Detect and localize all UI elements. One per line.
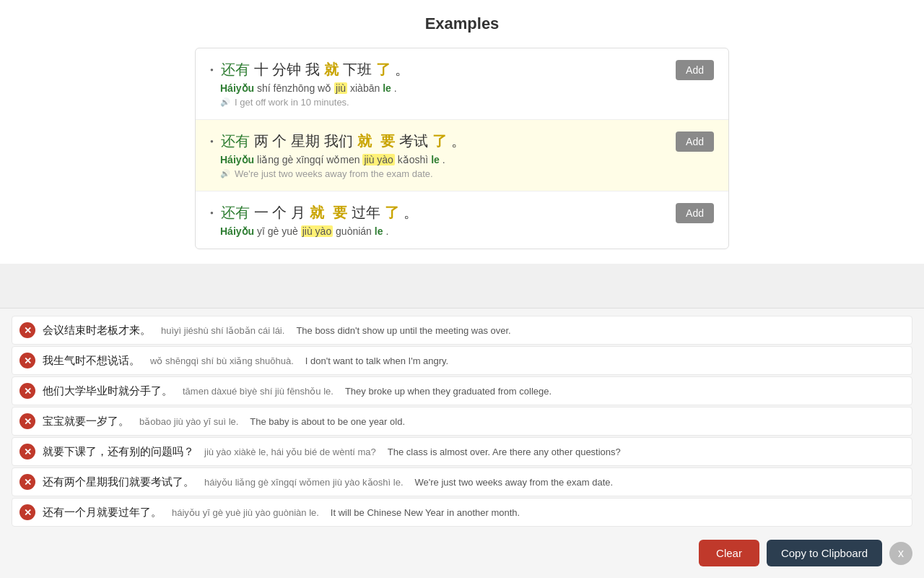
add-button-2[interactable]: Add <box>676 131 714 152</box>
pinyin-line-2: Háiyǒu liǎng gè xīngqí wǒmen jiù yào kǎo… <box>220 154 714 165</box>
chinese-line-3: ● 还有 一 个 月 就 要 过年 了 。 <box>210 203 714 223</box>
sentence-chinese-7: 还有一个月就要过年了。 <box>43 506 162 519</box>
sentence-pinyin-1: huìyì jiéshù shí lǎobǎn cái lái. <box>161 325 284 336</box>
cn-green-2: 还有 <box>221 131 250 151</box>
bullet-2: ● <box>210 138 214 144</box>
bullet-3: ● <box>210 210 214 216</box>
remove-button-2[interactable]: ✕ <box>19 353 35 368</box>
sentence-english-3: They broke up when they graduated from c… <box>345 386 552 397</box>
sentence-english-1: The boss didn't show up until the meetin… <box>296 325 510 336</box>
action-bar: Clear Copy to Clipboard x <box>12 535 912 566</box>
add-button-3[interactable]: Add <box>676 203 714 223</box>
sentence-english-4: The baby is about to be one year old. <box>250 416 405 427</box>
example-item-2: ● 还有 两 个 星期 我们 就 要 考试 了 。 Háiyǒu liǎng g… <box>196 120 728 191</box>
examples-title: Examples <box>195 14 729 33</box>
examples-card: ● 还有 十 分钟 我 就 下班 了 。 Háiyǒu shí fēnzhōng… <box>195 48 729 249</box>
pinyin-green-1: Háiyǒu <box>220 82 254 94</box>
copy-to-clipboard-button[interactable]: Copy to Clipboard <box>767 540 882 566</box>
sentence-chinese-6: 还有两个星期我们就要考试了。 <box>43 475 194 489</box>
cn-black-1a: 十 分钟 我 <box>254 60 320 79</box>
sentence-english-6: We're just two weeks away from the exam … <box>415 477 614 488</box>
sentence-pinyin-4: bǎobao jiù yào yī suì le. <box>139 416 238 427</box>
translation-1: I get off work in 10 minutes. <box>220 97 714 108</box>
cn-gold-1b: 了 <box>376 60 391 79</box>
clear-button[interactable]: Clear <box>699 540 759 566</box>
cn-green-1: 还有 <box>221 60 250 79</box>
sentence-list: ✕ 会议结束时老板才来。 huìyì jiéshù shí lǎobǎn cái… <box>12 316 912 527</box>
chinese-line-1: ● 还有 十 分钟 我 就 下班 了 。 <box>210 60 714 79</box>
cn-black-1b: 下班 <box>343 60 372 79</box>
pinyin-line-1: Háiyǒu shí fēnzhōng wǒ jiù xiàbān le . <box>220 82 714 94</box>
cn-black-1c: 。 <box>395 60 409 79</box>
cn-gold-1a: 就 <box>324 60 339 79</box>
sentence-row-1: ✕ 会议结束时老板才来。 huìyì jiéshù shí lǎobǎn cái… <box>12 316 912 345</box>
sentence-row-7: ✕ 还有一个月就要过年了。 háiyǒu yī gè yuè jiù yào g… <box>12 498 912 527</box>
sentence-english-5: The class is almost over. Are there any … <box>388 447 621 457</box>
example-item-3: ● 还有 一 个 月 就 要 过年 了 。 Háiyǒu yī gè yuè j… <box>196 191 728 249</box>
sentence-pinyin-6: háiyǒu liǎng gè xīngqí wǒmen jiù yào kǎo… <box>204 477 404 488</box>
remove-button-6[interactable]: ✕ <box>19 474 35 490</box>
examples-section: Examples ● 还有 十 分钟 我 就 下班 了 。 Háiyǒu shí… <box>0 0 924 264</box>
sentence-pinyin-3: tāmen dàxué bìyè shí jiù fēnshǒu le. <box>183 386 334 397</box>
remove-button-5[interactable]: ✕ <box>19 444 35 460</box>
bullet-1: ● <box>210 66 214 73</box>
pinyin-highlight-1: jiù <box>334 82 347 94</box>
sentence-row-2: ✕ 我生气时不想说话。 wǒ shēngqì shí bù xiǎng shuō… <box>12 346 912 375</box>
sentence-chinese-2: 我生气时不想说话。 <box>43 354 140 368</box>
sentence-row-3: ✕ 他们大学毕业时就分手了。 tāmen dàxué bìyè shí jiù … <box>12 376 912 405</box>
translation-2: We're just two weeks away from the exam … <box>220 168 714 179</box>
sentence-row-4: ✕ 宝宝就要一岁了。 bǎobao jiù yào yī suì le. The… <box>12 407 912 436</box>
sentence-english-7: It will be Chinese New Year in another m… <box>331 507 520 518</box>
sentence-english-2: I don't want to talk when I'm angry. <box>305 355 448 366</box>
sentence-chinese-5: 就要下课了，还有别的问题吗？ <box>43 445 194 459</box>
chinese-line-2: ● 还有 两 个 星期 我们 就 要 考试 了 。 <box>210 131 714 151</box>
sentence-chinese-1: 会议结束时老板才来。 <box>43 324 151 337</box>
sentence-pinyin-5: jiù yào xiàkè le, hái yǒu bié de wèntí m… <box>204 447 376 457</box>
bottom-panel: ✕ 会议结束时老板才来。 huìyì jiéshù shí lǎobǎn cái… <box>0 308 924 578</box>
sentence-pinyin-2: wǒ shēngqì shí bù xiǎng shuōhuà. <box>150 355 294 366</box>
pinyin-line-3: Háiyǒu yī gè yuè jiù yào guònián le . <box>220 225 714 237</box>
remove-button-3[interactable]: ✕ <box>19 383 35 399</box>
sentence-chinese-4: 宝宝就要一岁了。 <box>43 415 129 428</box>
remove-button-4[interactable]: ✕ <box>19 413 35 429</box>
sentence-pinyin-7: háiyǒu yī gè yuè jiù yào guòniàn le. <box>172 507 319 518</box>
remove-button-7[interactable]: ✕ <box>19 504 35 520</box>
sentence-row-6: ✕ 还有两个星期我们就要考试了。 háiyǒu liǎng gè xīngqí … <box>12 467 912 496</box>
example-item-1: ● 还有 十 分钟 我 就 下班 了 。 Háiyǒu shí fēnzhōng… <box>196 48 728 120</box>
sentence-chinese-3: 他们大学毕业时就分手了。 <box>43 384 173 398</box>
add-button-1[interactable]: Add <box>676 60 714 80</box>
sentence-row-5: ✕ 就要下课了，还有别的问题吗？ jiù yào xiàkè le, hái y… <box>12 437 912 466</box>
dismiss-button[interactable]: x <box>889 542 912 565</box>
remove-button-1[interactable]: ✕ <box>19 322 35 338</box>
